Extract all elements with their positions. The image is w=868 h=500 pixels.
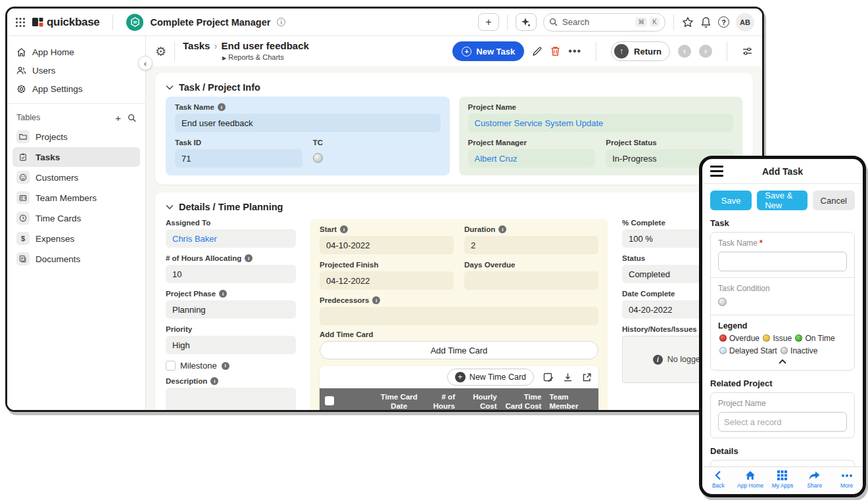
nav-more-button[interactable]: More <box>832 470 862 489</box>
home-icon <box>745 470 756 481</box>
quickbase-logo[interactable]: quickbase <box>32 16 99 29</box>
add-time-card-button[interactable]: Add Time Card <box>320 341 598 359</box>
info-icon[interactable]: i <box>245 254 253 262</box>
sidebar-item-time-cards[interactable]: Time Cards <box>12 208 140 228</box>
save-and-new-button[interactable]: Save & New <box>757 191 807 210</box>
app-title: Complete Project Manager <box>150 17 270 28</box>
share-arrow-icon <box>809 470 820 481</box>
info-icon[interactable]: i <box>219 290 227 298</box>
sidebar-item-expenses[interactable]: $ Expenses <box>12 229 140 248</box>
sidebar-item-documents[interactable]: Documents <box>12 249 140 269</box>
collapse-chevron-icon[interactable] <box>166 85 174 90</box>
sidebar-collapse-button[interactable]: ‹ <box>138 56 153 70</box>
ai-sparkle-button[interactable] <box>516 13 537 31</box>
on-time-dot <box>795 334 802 342</box>
search-input[interactable]: Search ⌘ K <box>543 13 665 32</box>
project-name-select[interactable]: Select a record <box>718 412 847 432</box>
info-icon[interactable]: i <box>372 296 380 304</box>
grid-edit-icon[interactable] <box>543 372 554 382</box>
column-header[interactable]: Time Card Cost <box>501 388 546 410</box>
return-button[interactable]: ↑ Return <box>611 41 670 61</box>
milestone-checkbox[interactable] <box>166 361 176 371</box>
days-overdue-field[interactable] <box>464 271 598 290</box>
sidebar-item-team-members[interactable]: Team Members <box>12 188 140 208</box>
search-icon <box>549 18 558 26</box>
priority-field[interactable]: High <box>166 336 296 354</box>
breadcrumb: Tasks › End user feedback ▶ Reports & Ch… <box>183 41 309 61</box>
documents-icon <box>16 252 30 265</box>
divider <box>507 14 508 30</box>
add-button[interactable]: + <box>478 13 499 31</box>
users-icon <box>16 66 26 76</box>
display-settings-icon[interactable] <box>742 46 753 57</box>
hours-allocating-field[interactable]: 10 <box>166 265 296 283</box>
delete-trash-icon[interactable] <box>550 46 560 57</box>
sidebar-item-customers[interactable]: Customers <box>12 168 140 187</box>
column-header[interactable]: Team Member <box>545 388 598 410</box>
sidebar-item-users[interactable]: Users <box>7 61 145 80</box>
sidebar-item-app-home[interactable]: App Home <box>7 43 145 61</box>
open-external-icon[interactable] <box>582 373 592 382</box>
start-date-field[interactable]: 04-10-2022 <box>320 236 454 254</box>
edit-pencil-icon[interactable] <box>532 46 542 57</box>
new-time-card-button[interactable]: + New Time Card <box>447 369 534 386</box>
assigned-to-link[interactable]: Chris Baker <box>172 234 217 244</box>
more-actions-icon[interactable]: ••• <box>568 45 581 57</box>
nav-back-button[interactable]: Back <box>703 470 733 489</box>
collapse-caret-icon[interactable] <box>718 359 847 364</box>
collapse-chevron-icon[interactable] <box>166 204 174 210</box>
menu-hamburger-icon[interactable] <box>710 166 723 177</box>
project-name-link[interactable]: Customer Service System Update <box>475 118 604 128</box>
sidebar-item-label: Expenses <box>36 234 74 244</box>
project-phase-field[interactable]: Planning <box>166 300 296 319</box>
task-name-field[interactable]: End user feedback <box>175 114 441 132</box>
description-field[interactable] <box>166 388 296 410</box>
task-name-input[interactable] <box>718 252 847 271</box>
table-search-icon[interactable] <box>128 114 136 122</box>
cancel-button[interactable]: Cancel <box>813 191 855 210</box>
add-table-icon[interactable]: + <box>115 112 121 124</box>
select-all-checkbox[interactable] <box>325 396 334 405</box>
help-icon[interactable]: ? <box>718 16 729 28</box>
sidebar-item-projects[interactable]: Projects <box>12 127 140 147</box>
predecessors-field[interactable] <box>320 307 598 325</box>
app-grid-icon[interactable] <box>15 17 26 28</box>
folder-icon <box>16 130 30 143</box>
project-manager-link[interactable]: Albert Cruz <box>475 154 518 164</box>
info-icon[interactable]: i <box>210 377 218 385</box>
app-info-icon[interactable]: i <box>277 18 285 26</box>
duration-field[interactable]: 2 <box>464 236 598 254</box>
favorites-star-icon[interactable] <box>682 16 694 28</box>
sidebar-item-tasks[interactable]: Tasks <box>12 147 140 167</box>
download-icon[interactable] <box>563 373 573 382</box>
reports-charts-link[interactable]: ▶ Reports & Charts <box>183 53 309 62</box>
previous-record-button[interactable]: ‹ <box>678 45 691 58</box>
projected-finish-field[interactable]: 04-12-2022 <box>320 271 454 290</box>
info-icon[interactable]: i <box>340 225 348 233</box>
info-icon[interactable]: i <box>218 103 226 111</box>
nav-app-home-button[interactable]: App Home <box>735 470 765 489</box>
inactive-dot <box>781 347 788 354</box>
column-header[interactable]: Hourly Cost <box>459 388 501 410</box>
info-icon[interactable]: i <box>498 225 506 233</box>
user-avatar[interactable]: AB <box>736 13 754 32</box>
nav-my-apps-button[interactable]: My Apps <box>767 470 798 489</box>
column-header[interactable]: Time Card Date <box>370 388 428 410</box>
save-button[interactable]: Save <box>710 191 752 210</box>
notifications-bell-icon[interactable] <box>700 16 711 28</box>
info-icon[interactable]: i <box>222 362 229 370</box>
project-name-field[interactable]: Customer Service System Update <box>468 114 734 132</box>
next-record-button[interactable]: › <box>699 45 712 58</box>
task-id-field[interactable]: 71 <box>175 149 302 168</box>
app-icon[interactable] <box>126 14 143 31</box>
page-settings-gear-icon[interactable]: ⚙ <box>155 44 166 59</box>
sidebar-item-app-settings[interactable]: App Settings <box>7 80 145 98</box>
column-header[interactable]: # of Hours <box>428 388 459 410</box>
project-manager-field[interactable]: Albert Cruz <box>468 149 596 168</box>
required-asterisk: * <box>760 239 763 248</box>
sidebar-item-label: Projects <box>36 132 68 142</box>
assigned-to-field[interactable]: Chris Baker <box>166 229 296 248</box>
new-task-button[interactable]: + New Task <box>452 41 524 61</box>
nav-share-button[interactable]: Share <box>800 470 830 489</box>
breadcrumb-parent[interactable]: Tasks <box>183 41 210 52</box>
